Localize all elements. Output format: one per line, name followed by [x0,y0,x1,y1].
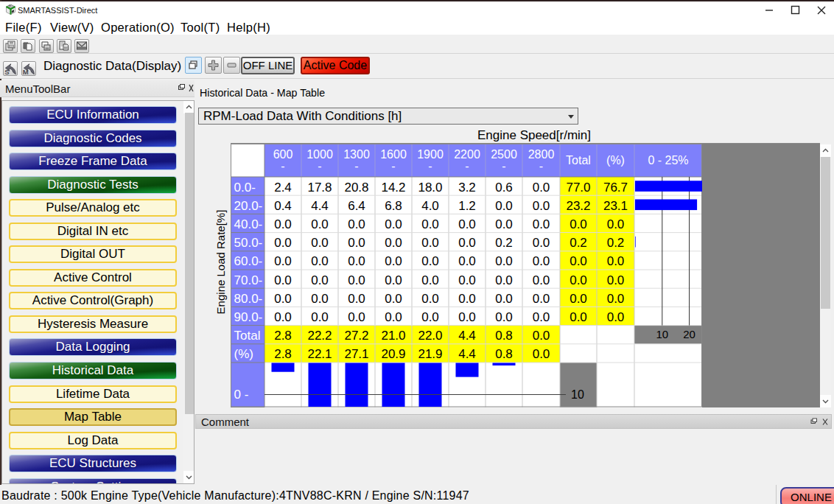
svg-text:2.8: 2.8 [274,329,292,343]
svg-text:0.0: 0.0 [533,329,550,343]
svg-text:0.0: 0.0 [385,254,402,268]
svg-text:0.0: 0.0 [311,236,329,250]
svg-text:S: S [4,68,9,75]
svg-text:0.0: 0.0 [421,310,439,324]
svg-text:6.8: 6.8 [385,199,402,213]
svg-text:0.0: 0.0 [570,310,587,324]
svg-text:0.0: 0.0 [570,254,587,268]
svg-text:23.1: 23.1 [603,199,628,213]
svg-text:0.6: 0.6 [495,181,513,195]
svg-text:0.0: 0.0 [607,273,625,287]
svg-text:0.0-: 0.0- [234,181,256,195]
svg-text:(%): (%) [606,154,625,167]
svg-text:0.0: 0.0 [421,217,439,231]
svg-text:0.0: 0.0 [311,310,329,324]
svg-text:0.0: 0.0 [385,273,402,287]
svg-text:0.0: 0.0 [570,217,587,231]
svg-text:0.0: 0.0 [311,292,329,306]
svg-text:0.0: 0.0 [458,217,476,231]
svg-text:0.0: 0.0 [385,292,402,306]
svg-text:77.0: 77.0 [566,181,590,195]
svg-text:0.0: 0.0 [495,254,513,268]
svg-text:4.4: 4.4 [311,199,329,213]
svg-text:-: - [465,160,469,172]
svg-text:80.0-: 80.0- [234,292,263,306]
svg-text:0.0: 0.0 [533,217,550,231]
svg-text:M: M [23,68,29,75]
svg-text:21.9: 21.9 [418,347,442,361]
svg-text:0.0: 0.0 [458,236,476,250]
svg-text:0.0: 0.0 [570,292,587,306]
svg-text:3.2: 3.2 [458,181,476,195]
svg-text:0.0: 0.0 [348,273,365,287]
svg-text:0.0: 0.0 [421,236,439,250]
svg-text:10: 10 [571,388,584,401]
svg-text:2800: 2800 [528,148,555,161]
svg-text:0.0: 0.0 [274,310,292,324]
svg-text:Total: Total [234,329,261,343]
svg-text:18.0: 18.0 [418,181,442,195]
svg-text:0.0: 0.0 [607,292,625,306]
svg-text:0.0: 0.0 [495,273,513,287]
svg-text:0.0: 0.0 [495,199,513,213]
svg-text:4.4: 4.4 [458,347,476,361]
svg-text:0.0: 0.0 [274,273,292,287]
svg-text:0.8: 0.8 [495,347,513,361]
svg-text:0.0: 0.0 [348,217,365,231]
svg-text:0.0: 0.0 [533,292,550,306]
svg-text:0.0: 0.0 [570,273,587,287]
svg-text:50.0-: 50.0- [234,236,263,250]
svg-text:-: - [281,160,284,172]
svg-text:22.0: 22.0 [418,329,442,343]
svg-text:76.7: 76.7 [603,181,628,195]
svg-text:0.0: 0.0 [348,236,365,250]
svg-text:0.0: 0.0 [458,254,476,268]
svg-text:2.8: 2.8 [274,347,292,361]
svg-text:-: - [354,160,358,172]
svg-text:17.8: 17.8 [307,181,332,195]
svg-text:0.0: 0.0 [348,310,365,324]
svg-text:0.0: 0.0 [274,292,292,306]
svg-text:22.1: 22.1 [307,347,332,361]
svg-text:20.0-: 20.0- [234,199,263,213]
svg-text:27.1: 27.1 [344,347,368,361]
svg-text:0 -: 0 - [234,388,249,402]
svg-text:0.0: 0.0 [274,236,292,250]
svg-text:0.4: 0.4 [274,199,292,213]
svg-text:27.2: 27.2 [344,329,368,343]
svg-text:0.2: 0.2 [495,236,513,250]
svg-text:14.2: 14.2 [381,181,405,195]
svg-text:1600: 1600 [380,148,407,161]
svg-text:0.0: 0.0 [533,310,550,324]
svg-text:0.0: 0.0 [495,292,513,306]
svg-text:0.0: 0.0 [533,199,550,213]
svg-text:2.4: 2.4 [274,181,292,195]
svg-text:0.0: 0.0 [458,310,476,324]
svg-text:4.0: 4.0 [421,199,439,213]
svg-text:0.0: 0.0 [421,292,439,306]
svg-text:1300: 1300 [343,148,370,161]
svg-text:0.0: 0.0 [533,347,550,361]
svg-text:0.0: 0.0 [533,254,550,268]
svg-text:0.0: 0.0 [607,310,625,324]
svg-text:70.0-: 70.0- [234,273,263,287]
svg-text:2200: 2200 [454,148,480,161]
svg-text:0.0: 0.0 [311,254,329,268]
svg-text:0.0: 0.0 [607,217,625,231]
svg-text:0.2: 0.2 [570,236,587,250]
svg-text:0.0: 0.0 [311,273,329,287]
svg-text:22.2: 22.2 [307,329,332,343]
svg-text:-: - [391,160,395,172]
svg-text:0.0: 0.0 [458,273,476,287]
svg-text:-: - [502,160,505,172]
svg-text:90.0-: 90.0- [234,310,263,324]
svg-text:40.0-: 40.0- [234,217,263,231]
svg-text:-: - [318,160,321,172]
svg-text:0.0: 0.0 [274,254,292,268]
svg-text:1900: 1900 [417,148,444,161]
svg-text:21.0: 21.0 [381,329,405,343]
svg-text:0.0: 0.0 [348,292,365,306]
svg-text:(%): (%) [234,347,253,361]
svg-text:0.0: 0.0 [421,273,439,287]
svg-text:0.8: 0.8 [495,329,513,343]
